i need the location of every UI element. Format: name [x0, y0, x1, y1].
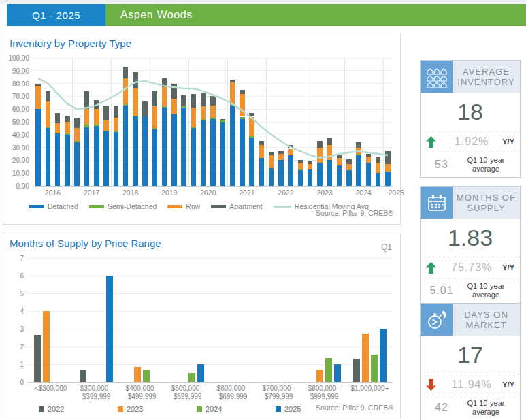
x-axis-year-label: 2016	[45, 189, 61, 197]
legend-item-semi-detached: Semi-Detached	[89, 202, 157, 210]
gridline	[28, 293, 393, 294]
calendar-icon	[421, 187, 453, 219]
y-axis-tick-label: 0	[9, 378, 24, 386]
ten-year-label: Q1 10-year average	[457, 156, 514, 174]
x-axis-year-label: 2024	[356, 189, 372, 197]
bar-2024-group3	[188, 373, 195, 382]
bar-2023-group7	[362, 334, 369, 383]
legend-swatch	[197, 406, 202, 412]
bar-2025-group1	[106, 276, 113, 382]
bar-2022-group7	[353, 359, 360, 382]
card-average-row: 53 Q1 10-year average	[421, 152, 520, 177]
legend-item-row: Row	[167, 202, 200, 210]
bar-2022-group1	[80, 370, 86, 382]
legend-line-swatch	[274, 206, 291, 208]
legend-label: Apartment	[229, 202, 262, 210]
legend-label: 2025	[284, 405, 301, 413]
x-axis-year-label: 2018	[122, 189, 138, 197]
category-label: <$300,000	[28, 385, 73, 401]
legend-item-2025: 2025	[276, 405, 301, 413]
card-value: 18	[421, 93, 520, 131]
legend-swatch	[167, 205, 182, 208]
yoy-label: Y/Y	[502, 381, 514, 389]
stat-card-average-inventory: Average Inventory 18 1.92% Y/Y 53 Q1 10-…	[420, 60, 521, 178]
card-yoy-row: 75.73% Y/Y	[421, 257, 520, 278]
chart2-category-labels: <$300,000$300,000 - $399,999$400,000 - $…	[28, 385, 393, 401]
gridline	[28, 329, 393, 329]
legend-item-2022: 2022	[39, 405, 64, 413]
yoy-percent: 75.73%	[441, 261, 502, 274]
chart2-title: Months of Supply by Price Range	[10, 238, 161, 249]
gridline	[28, 276, 393, 276]
ten-year-label: Q1 10-year average	[457, 282, 514, 300]
card-average-row: 42 Q1 10-year average	[421, 395, 520, 420]
category-label: $600,000 - $699,999	[210, 385, 256, 401]
card-header: Months of Supply	[421, 187, 520, 219]
bar-2023-group2	[134, 367, 141, 382]
community-title: Aspen Woods	[105, 4, 526, 26]
bar-2025-group3	[197, 364, 204, 382]
y-axis-tick-label: 100.00	[3, 54, 29, 62]
chart1-source: Source: Pillar 9, CREB®	[316, 209, 393, 217]
residential-moving-avg-line	[33, 58, 393, 186]
legend-item-apartment: Apartment	[211, 202, 262, 210]
bar-2024-group6	[325, 358, 332, 382]
card-title: Days on Market	[453, 304, 520, 336]
stopwatch-flame-icon	[421, 304, 453, 336]
inventory-chart-plot	[33, 58, 393, 186]
bar-2024-group7	[371, 355, 378, 382]
card-yoy-row: 1.92% Y/Y	[421, 131, 520, 152]
legend-label: Semi-Detached	[108, 202, 157, 210]
stat-card-months-of-supply: Months of Supply 1.83 75.73% Y/Y 5.01 Q1…	[420, 186, 521, 304]
ten-year-value: 5.01	[426, 285, 457, 297]
yoy-percent: 1.92%	[441, 135, 502, 148]
y-axis-tick-label: 6	[9, 272, 24, 280]
down-arrow-icon	[426, 379, 441, 391]
legend-swatch	[276, 406, 281, 412]
y-axis-tick-label: 4	[9, 308, 24, 315]
y-axis-tick-label: 3	[9, 325, 24, 333]
legend-swatch	[39, 406, 44, 412]
supply-chart-plot	[28, 258, 393, 382]
y-axis-tick-label: 10.00	[3, 169, 29, 177]
y-axis-tick-label: 90.00	[3, 67, 29, 75]
x-axis-year-label: 2023	[316, 189, 332, 197]
gridline	[28, 311, 393, 312]
yoy-percent: 11.94%	[441, 378, 502, 391]
legend-swatch	[29, 205, 44, 208]
legend-swatch	[89, 205, 104, 208]
chart2-source: Source: Pillar 9, CREB®	[316, 404, 393, 412]
legend-label: 2024	[206, 405, 222, 413]
y-axis-tick-label: 30.00	[3, 144, 29, 152]
up-arrow-icon	[426, 136, 441, 148]
card-value: 17	[421, 336, 520, 374]
y-axis-tick-label: 80.00	[3, 80, 29, 88]
gridline	[28, 258, 393, 259]
category-label: $1,000,000+	[347, 385, 393, 401]
bar-2025-group6	[334, 364, 341, 382]
gridline	[28, 346, 393, 347]
card-header: Days on Market	[421, 304, 520, 336]
bar-2023-group6	[316, 370, 323, 382]
legend-label: 2022	[48, 405, 64, 413]
inventory-chart-panel: Inventory by Property Type DetachedSemi-…	[3, 33, 401, 225]
category-label: $500,000 - $599,999	[165, 385, 210, 401]
card-title: Average Inventory	[453, 61, 520, 93]
chart2-quarter-annotation: Q1	[381, 242, 392, 252]
y-axis-tick-label: 0.00	[3, 182, 29, 190]
legend-label: Row	[186, 202, 200, 210]
x-axis-year-label: 2019	[161, 189, 177, 197]
legend-swatch	[118, 406, 123, 412]
legend-label: Detached	[48, 202, 78, 210]
ten-year-label: Q1 10-year average	[457, 399, 514, 417]
legend-item-detached: Detached	[29, 202, 78, 210]
y-axis-tick-label: 7	[9, 255, 24, 262]
houses-grid-icon	[421, 61, 453, 93]
bar-2022-group0	[34, 335, 41, 382]
y-axis-tick-label: 60.00	[3, 106, 29, 113]
legend-swatch	[211, 205, 226, 208]
card-average-row: 5.01 Q1 10-year average	[421, 278, 520, 303]
supply-chart-panel: Months of Supply by Price Range Q1 <$300…	[3, 233, 401, 419]
category-label: $300,000 - $399,999	[73, 385, 119, 401]
report-header: Q1 - 2025 Aspen Woods	[0, 4, 526, 26]
